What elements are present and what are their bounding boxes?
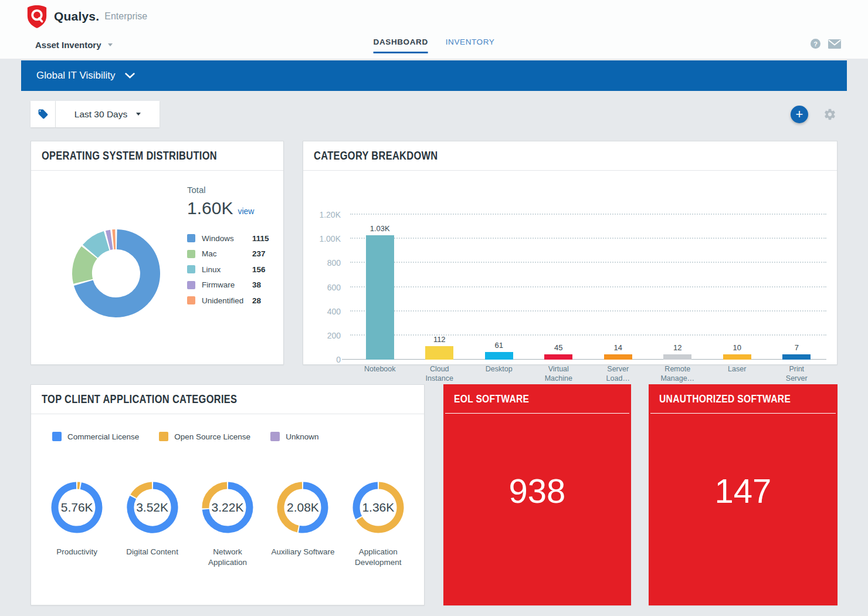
- add-widget-button[interactable]: +: [791, 106, 808, 123]
- bar-category-label: Virtual Machine: [526, 364, 591, 384]
- os-total: Total 1.60K view: [187, 185, 254, 218]
- card-header: UNAUTHORIZED SOFTWARE: [650, 384, 836, 414]
- module-selector[interactable]: Asset Inventory: [35, 40, 113, 50]
- bar-slot: 61Desktop: [469, 215, 529, 360]
- y-tick-label: 1.00K: [319, 234, 341, 243]
- legend-item: Windows1115: [187, 231, 269, 246]
- bar-category-label: Cloud Instance: [407, 364, 472, 384]
- dashboard-title: Global IT Visibility: [36, 70, 115, 82]
- legend-value: 156: [252, 265, 266, 274]
- legend-swatch: [187, 265, 195, 273]
- ring-donut-chart: 5.76K: [51, 482, 103, 533]
- mail-icon[interactable]: [828, 39, 841, 49]
- legend-swatch: [187, 250, 195, 258]
- bar[interactable]: [485, 352, 513, 360]
- bar-value-label: 1.03K: [370, 224, 390, 233]
- dashboard-selector-banner[interactable]: Global IT Visibility: [21, 60, 847, 91]
- legend-label: Commercial License: [67, 432, 139, 441]
- help-icon[interactable]: ?: [811, 39, 820, 49]
- tag-filter-button[interactable]: [30, 101, 56, 127]
- bar-slot: 1.03KNotebook: [350, 215, 410, 360]
- legend-label: Firmware: [202, 280, 252, 289]
- donut-segment[interactable]: [108, 240, 111, 241]
- app-ring: 5.76KProductivity: [39, 482, 114, 568]
- bar-category-label: Server Load…: [586, 364, 650, 384]
- ring-label: Productivity: [56, 547, 97, 557]
- legend-item: Unidentified28: [187, 293, 269, 309]
- legend-item: Linux156: [187, 262, 269, 277]
- tab-inventory-label: INVENTORY: [446, 38, 495, 46]
- bar[interactable]: [425, 346, 453, 360]
- y-tick-label: 1.20K: [319, 210, 341, 219]
- legend-value: 28: [252, 296, 261, 305]
- ring-label: Auxiliary Software: [271, 547, 334, 557]
- bar-value-label: 14: [614, 343, 622, 352]
- legend-item: Mac237: [187, 246, 269, 262]
- card-header: CATEGORY BREAKDOWN: [303, 141, 837, 171]
- os-legend: Windows1115Mac237Linux156Firmware38Unide…: [187, 231, 269, 309]
- bar-value-label: 10: [733, 343, 741, 352]
- bar[interactable]: [604, 354, 632, 360]
- legend-swatch: [159, 432, 168, 441]
- tag-icon: [38, 109, 49, 120]
- caret-down-icon: [108, 43, 113, 46]
- date-range-select[interactable]: Last 30 Days: [56, 101, 160, 127]
- bar-slot: 10Laser: [707, 215, 767, 360]
- view-link[interactable]: view: [238, 207, 254, 216]
- tab-inventory[interactable]: INVENTORY: [446, 38, 495, 53]
- legend-label: Linux: [202, 265, 252, 274]
- ring-label: Digital Content: [126, 547, 178, 557]
- legend-label: Unknown: [286, 432, 318, 441]
- bar-value-label: 61: [495, 341, 503, 350]
- ring-value: 5.76K: [51, 482, 103, 533]
- total-label: Total: [187, 185, 254, 195]
- os-distribution-card: OPERATING SYSTEM DISTRIBUTION Total 1.60…: [30, 141, 284, 365]
- ring-value: 1.36K: [352, 482, 404, 533]
- bar[interactable]: [663, 354, 691, 360]
- plus-icon: +: [796, 108, 803, 121]
- date-range-value: Last 30 Days: [74, 109, 127, 120]
- bar[interactable]: [366, 235, 394, 360]
- ring-label: Network Application: [208, 547, 247, 568]
- total-value: 1.60K: [187, 198, 233, 218]
- legend-swatch: [187, 296, 195, 304]
- y-axis: 02004006008001.00K1.20K: [303, 215, 341, 360]
- card-title: UNAUTHORIZED SOFTWARE: [659, 392, 791, 405]
- y-tick-label: 800: [327, 258, 341, 268]
- card-title: OPERATING SYSTEM DISTRIBUTION: [42, 149, 217, 163]
- bar-value-label: 7: [795, 343, 799, 352]
- donut-segment[interactable]: [82, 252, 89, 281]
- app-rings: 5.76KProductivity3.52KDigital Content3.2…: [39, 482, 416, 568]
- card-header: TOP CLIENT APPLICATION CATEGORIES: [31, 385, 424, 414]
- card-title: EOL SOFTWARE: [454, 392, 529, 405]
- legend-swatch: [270, 432, 280, 441]
- tab-dashboard[interactable]: DASHBOARD: [374, 38, 428, 53]
- card-header: OPERATING SYSTEM DISTRIBUTION: [31, 141, 283, 171]
- unauthorized-software-card: UNAUTHORIZED SOFTWARE 147: [649, 384, 838, 605]
- card-title: TOP CLIENT APPLICATION CATEGORIES: [42, 392, 237, 406]
- bar[interactable]: [544, 354, 572, 360]
- qualys-dashboard-page: Qualys. Enterprise Asset Inventory DASHB…: [0, 0, 868, 616]
- category-breakdown-card: CATEGORY BREAKDOWN 02004006008001.00K1.2…: [303, 141, 838, 365]
- settings-gear-icon[interactable]: [823, 108, 836, 121]
- bar[interactable]: [723, 354, 751, 360]
- bar-category-label: Notebook: [348, 364, 412, 374]
- os-donut-chart: [70, 228, 162, 319]
- legend-label: Mac: [202, 249, 252, 258]
- legend-label: Open Source License: [174, 432, 250, 441]
- chevron-down-icon: [125, 73, 135, 79]
- app-header: Qualys. Enterprise Asset Inventory DASHB…: [0, 0, 868, 59]
- qualys-logo-icon: [26, 5, 48, 28]
- donut-segment[interactable]: [90, 241, 107, 251]
- bar-slot: 7Print Server: [767, 215, 827, 360]
- app-ring: 2.08KAuxiliary Software: [265, 482, 340, 568]
- app-legend: Commercial LicenseOpen Source LicenseUnk…: [52, 432, 318, 441]
- bar-value-label: 12: [673, 343, 681, 352]
- bar-slot: 45Virtual Machine: [529, 215, 589, 360]
- eol-software-card: EOL SOFTWARE 938: [443, 384, 631, 605]
- eol-count: 938: [443, 471, 631, 510]
- legend-value: 1115: [252, 234, 269, 243]
- bar[interactable]: [782, 354, 811, 360]
- y-tick-label: 0: [336, 355, 341, 364]
- legend-item: Commercial License: [52, 432, 139, 441]
